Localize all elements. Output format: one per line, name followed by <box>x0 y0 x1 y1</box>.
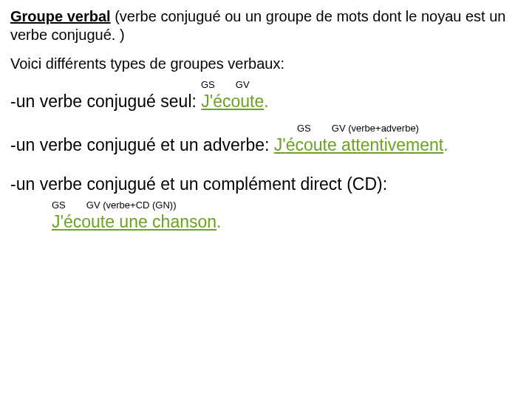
ex3-annot-gs: GS <box>52 200 66 211</box>
ex1-end: . <box>264 92 268 111</box>
ex3-line: J'écoute une chanson. <box>52 211 522 233</box>
term: Groupe verbal <box>10 8 111 24</box>
intro-line: Voici différents types de groupes verbau… <box>10 55 522 73</box>
definition-part2: verbe conjugué. ) <box>10 27 125 43</box>
ex2-annot-gs: GS <box>297 123 311 134</box>
ex1-gv: écoute <box>213 92 264 111</box>
ex3-lead: -un verbe conjugué et un complément dire… <box>10 174 522 195</box>
ex3-end: . <box>216 212 221 231</box>
ex2-gs: J' <box>274 135 286 154</box>
ex2-lead: -un verbe conjugué et un adverbe: <box>10 135 274 154</box>
ex1-lead: -un verbe conjugué seul: <box>10 92 201 111</box>
ex2-gv: écoute attentivement <box>286 135 444 154</box>
ex2-end: . <box>443 135 448 154</box>
ex1-annot-gs: GS <box>201 79 215 91</box>
document-page: Groupe verbal (verbe conjugué ou un grou… <box>0 0 532 399</box>
ex1-line: -un verbe conjugué seul: J'écoute. <box>10 91 522 112</box>
title-block: Groupe verbal (verbe conjugué ou un grou… <box>10 7 522 44</box>
ex3-gv: écoute une chanson <box>64 212 216 231</box>
ex1-annot-gv: GV <box>236 79 250 91</box>
ex1-annotations: GS GV <box>10 79 522 91</box>
ex3-block: -un verbe conjugué et un complément dire… <box>10 174 522 233</box>
definition-part1: (verbe conjugué ou un groupe de mots don… <box>111 8 506 24</box>
ex2-annotations: GS GV (verbe+adverbe) <box>10 123 522 134</box>
ex2-line: -un verbe conjugué et un adverbe: J'écou… <box>10 134 522 156</box>
ex1-gs: J' <box>201 92 213 111</box>
ex2-annot-gv: GV (verbe+adverbe) <box>332 123 419 134</box>
ex3-gs: J' <box>52 212 64 231</box>
ex3-annot-gv: GV (verbe+CD (GN)) <box>86 200 177 211</box>
ex3-annotations: GS GV (verbe+CD (GN)) <box>52 200 522 211</box>
